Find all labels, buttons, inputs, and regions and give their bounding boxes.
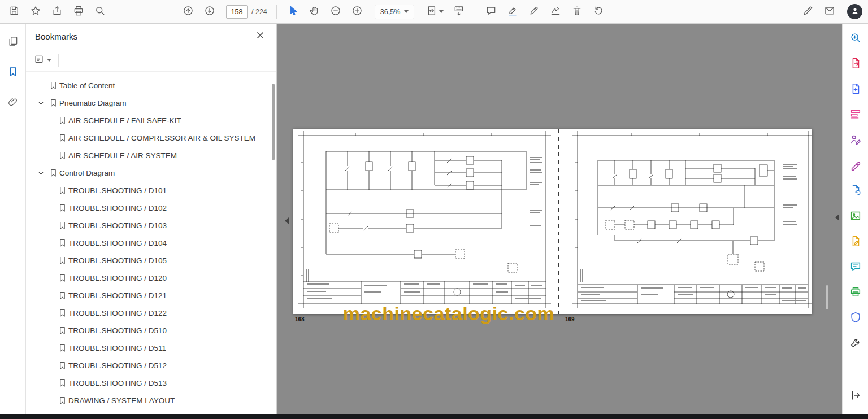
pdf-page-right[interactable]: [558, 129, 812, 314]
bookmark-item[interactable]: TROUBL.SHOOTING / D103: [26, 217, 272, 234]
expand-tools-panel-button[interactable]: [847, 388, 864, 405]
highlight-button[interactable]: [502, 3, 523, 21]
organize-pages-icon: [849, 108, 862, 123]
draw-signature-button[interactable]: [545, 3, 566, 21]
fit-page-dropdown[interactable]: [421, 3, 448, 21]
bookmark-item[interactable]: TROUBL.SHOOTING / D513: [26, 374, 272, 392]
cursor-arrow-icon: [287, 5, 298, 19]
bookmark-item[interactable]: TROUBL.SHOOTING / D121: [26, 287, 272, 304]
bookmark-item[interactable]: Control Diagram: [26, 164, 272, 182]
bookmark-options-button[interactable]: [34, 54, 51, 67]
bookmark-item[interactable]: TROUBL.SHOOTING / D122: [26, 304, 272, 322]
view-tools-group: [282, 3, 368, 21]
print-button[interactable]: [68, 3, 89, 21]
bookmark-item[interactable]: TROUBL.SHOOTING / D105: [26, 252, 272, 269]
favorite-button[interactable]: [25, 3, 46, 21]
chevron-down-icon: [47, 59, 51, 62]
edit-pdf-button[interactable]: [847, 183, 864, 200]
zoom-search-button[interactable]: [847, 30, 864, 47]
bookmark-item-label: AIR SCHEDULE / COMPRESSOR AIR & OIL SYST…: [68, 134, 255, 142]
bookmark-item[interactable]: DRAWING / SYSTEM LAYOUT: [26, 392, 272, 409]
close-panel-button[interactable]: [253, 29, 267, 43]
fountain-pen-icon: [528, 5, 540, 19]
tools-panel: [842, 24, 868, 414]
bookmark-icon: [47, 81, 59, 90]
protect-button[interactable]: [847, 310, 864, 327]
page-number-input[interactable]: [226, 5, 248, 19]
select-tool-button[interactable]: [282, 3, 303, 21]
bookmark-item[interactable]: AIR SCHEDULE / FAILSAFE-KIT: [26, 112, 272, 129]
document-scrollbar[interactable]: [826, 285, 828, 309]
prepare-form-icon: [849, 235, 862, 250]
search-button[interactable]: [89, 3, 111, 21]
bookmark-icon: [56, 221, 68, 230]
delete-button[interactable]: [566, 3, 588, 21]
zoom-in-button[interactable]: [346, 3, 368, 21]
hand-tool-button[interactable]: [303, 3, 325, 21]
more-tools-button[interactable]: [847, 335, 864, 352]
scan-ocr-button[interactable]: [847, 208, 864, 225]
envelope-icon: [824, 5, 835, 19]
request-signatures-button[interactable]: [847, 132, 864, 149]
bookmark-item[interactable]: TROUBL.SHOOTING / D511: [26, 339, 272, 357]
fill-sign-button[interactable]: [847, 158, 864, 174]
bookmark-item[interactable]: TROUBL.SHOOTING / D512: [26, 357, 272, 374]
email-button[interactable]: [819, 3, 840, 21]
bookmark-item-label: TROUBL.SHOOTING / D102: [68, 204, 167, 212]
fill-sign-icon: [849, 159, 862, 173]
print-production-icon: [849, 286, 862, 300]
bookmark-item[interactable]: TROUBL.SHOOTING / D120: [26, 269, 272, 287]
sign-button[interactable]: [523, 3, 545, 21]
print-production-button[interactable]: [847, 285, 864, 302]
attachments-button[interactable]: [4, 95, 22, 112]
close-icon: [257, 31, 264, 41]
zoom-out-button[interactable]: [325, 3, 346, 21]
bookmarks-button[interactable]: [4, 64, 22, 81]
bookmark-item[interactable]: TROUBL.SHOOTING / D104: [26, 234, 272, 252]
comment-tool-button[interactable]: [847, 259, 864, 276]
scroll-mode-button[interactable]: [448, 3, 470, 21]
pdf-page-left[interactable]: [293, 129, 558, 314]
comment-button[interactable]: [480, 3, 502, 21]
prepare-form-button[interactable]: [847, 234, 864, 251]
next-page-button[interactable]: [199, 3, 220, 21]
chevron-down-icon[interactable]: [35, 100, 47, 106]
share-link-button[interactable]: [797, 3, 819, 21]
bookmark-item[interactable]: Pneumatic Diagram: [26, 94, 272, 112]
bookmark-item[interactable]: TROUBL.SHOOTING / D102: [26, 199, 272, 217]
bookmark-item[interactable]: Table of Content: [26, 77, 272, 94]
account-avatar[interactable]: [847, 4, 862, 19]
expand-right-panel-arrow[interactable]: [835, 214, 839, 221]
bookmark-item-label: DRAWING / SYSTEM LAYOUT: [68, 396, 175, 405]
bookmark-item[interactable]: AIR SCHEDULE / COMPRESSOR AIR & OIL SYST…: [26, 129, 272, 147]
bookmark-icon: [56, 309, 68, 317]
document-canvas[interactable]: machinecatalogic.com 168 169: [277, 24, 842, 414]
window-bottom-bar: [0, 414, 868, 419]
organize-pages-button[interactable]: [847, 107, 864, 124]
control-diagram-right: [558, 129, 812, 314]
save-button[interactable]: [3, 3, 25, 21]
bookmark-item[interactable]: TROUBL.SHOOTING / D101: [26, 182, 272, 199]
search-icon: [94, 5, 106, 19]
expand-panel-icon: [849, 389, 862, 404]
bookmarks-scrollbar[interactable]: [272, 84, 275, 160]
rotate-button[interactable]: [588, 3, 609, 21]
page-thumbnails-button[interactable]: [4, 34, 22, 51]
export-pdf-button[interactable]: [847, 56, 864, 73]
bookmark-item[interactable]: AIR SCHEDULE / AIR SYSTEM: [26, 147, 272, 164]
zoom-level-dropdown[interactable]: 36,5%: [375, 5, 414, 19]
collapse-left-panel-arrow[interactable]: [285, 217, 289, 224]
bookmark-item-label: TROUBL.SHOOTING / D105: [68, 256, 167, 265]
toolbar-separator: [276, 5, 277, 19]
star-icon: [30, 5, 41, 19]
bookmark-icon: [47, 169, 59, 177]
comment-tool-icon: [849, 260, 862, 275]
page-spread[interactable]: machinecatalogic.com: [293, 129, 812, 314]
share-button[interactable]: [46, 3, 68, 21]
chevron-down-icon[interactable]: [35, 170, 47, 176]
previous-page-button[interactable]: [177, 3, 199, 21]
bookmark-item[interactable]: TROUBL.SHOOTING / D510: [26, 322, 272, 339]
scan-ocr-icon: [849, 210, 862, 224]
create-pdf-button[interactable]: [847, 81, 864, 98]
bookmark-icon: [56, 151, 68, 160]
